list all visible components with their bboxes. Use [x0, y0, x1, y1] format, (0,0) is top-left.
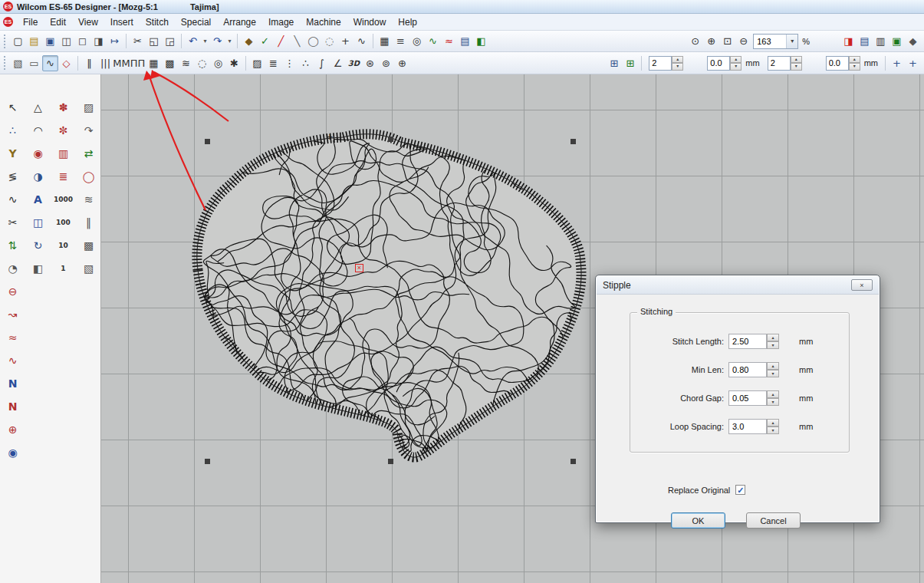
- selection-handle[interactable]: [571, 139, 576, 144]
- cut-button[interactable]: ✂: [130, 33, 146, 49]
- paste-button[interactable]: ◲: [162, 33, 178, 49]
- menu-item[interactable]: Machine: [300, 15, 347, 29]
- tool-insert-point-button[interactable]: ⊕: [0, 418, 25, 441]
- tool-pattern-stamp-button[interactable]: ▩: [76, 234, 101, 257]
- new-design-button[interactable]: ▢: [10, 33, 26, 49]
- florentine-effect-button[interactable]: ⊛: [362, 55, 378, 71]
- spin-up-button[interactable]: ▴: [767, 362, 779, 370]
- tool-flower-small-button[interactable]: ✽: [51, 96, 76, 119]
- ok-button[interactable]: OK: [671, 512, 725, 529]
- stem-stitch-button[interactable]: ⋮: [281, 55, 298, 71]
- tool-column-stitch-button[interactable]: ▥: [51, 142, 76, 165]
- spin-up-button[interactable]: ▴: [791, 56, 802, 64]
- menu-item[interactable]: Edit: [44, 15, 72, 29]
- spin-up-button[interactable]: ▴: [767, 419, 779, 427]
- show-hoop-button[interactable]: ◎: [409, 33, 425, 49]
- spin-up-button[interactable]: ▴: [767, 334, 779, 341]
- tool-center-point-button[interactable]: ◉: [0, 441, 25, 464]
- tool-outline-stitch-button[interactable]: ≣: [51, 165, 76, 188]
- spin-down-button[interactable]: ▾: [767, 341, 779, 349]
- tool-arc-button[interactable]: ↷: [76, 119, 101, 142]
- design-palette-button[interactable]: ◨: [840, 33, 857, 49]
- dialog-title-bar[interactable]: Stipple ×: [597, 276, 879, 295]
- bitmap-frame-button[interactable]: ▧: [10, 55, 26, 71]
- pen-red-button[interactable]: ╱: [273, 33, 289, 49]
- selection-handle[interactable]: [205, 139, 210, 144]
- star-fill-button[interactable]: ⊕: [394, 55, 410, 71]
- spin-down-button[interactable]: ▾: [767, 427, 779, 434]
- add-node-button[interactable]: +: [337, 33, 353, 49]
- menu-item[interactable]: Stitch: [140, 15, 175, 29]
- tool-parallel-hatch-button[interactable]: ▨: [76, 96, 101, 119]
- blank[interactable]: [51, 280, 76, 303]
- spin-down-button[interactable]: ▾: [767, 370, 779, 377]
- document-logo-icon[interactable]: ES: [3, 17, 13, 27]
- spin-up-button[interactable]: ▴: [672, 56, 683, 64]
- open-design-button[interactable]: ▤: [26, 33, 42, 49]
- satin-wide-button[interactable]: |||: [97, 55, 113, 71]
- anchor-cross-icon[interactable]: +: [327, 133, 333, 140]
- tool-jump-stitch-button[interactable]: ∿: [0, 349, 25, 372]
- selection-handle[interactable]: [205, 459, 210, 464]
- toolbar-field-input[interactable]: [826, 56, 849, 71]
- insert-design-button[interactable]: ◆: [241, 33, 257, 49]
- menu-item[interactable]: File: [17, 15, 44, 29]
- tool-buttonhole-button[interactable]: ‖: [76, 211, 101, 234]
- replace-original-checkbox[interactable]: ✓: [735, 485, 745, 495]
- show-grid-button[interactable]: ▦: [377, 33, 393, 49]
- color-film-button[interactable]: ▤: [857, 33, 873, 49]
- export-machine-file-button[interactable]: ◨: [90, 33, 107, 49]
- toolbar-grip[interactable]: [4, 56, 7, 70]
- spin-down-button[interactable]: ▾: [767, 398, 779, 406]
- zoom-in-button[interactable]: ⊕: [703, 33, 719, 49]
- trapunto-button[interactable]: ≣: [265, 55, 281, 71]
- tool-monogram-button[interactable]: ◫: [25, 211, 51, 234]
- overlap-view-button[interactable]: ◧: [473, 33, 489, 49]
- motif-fill-button[interactable]: ≋: [178, 55, 194, 71]
- spin-up-button[interactable]: ▴: [730, 56, 742, 64]
- save-design-button[interactable]: ▣: [42, 33, 58, 49]
- tool-fan-button[interactable]: ◔: [0, 257, 25, 280]
- toolbar-field-input[interactable]: [707, 56, 730, 71]
- tool-rotate-button[interactable]: ↻: [25, 234, 51, 257]
- sculpture-run-button[interactable]: ∫: [314, 55, 330, 71]
- print-preview-button[interactable]: ◻: [74, 33, 90, 49]
- dialog-close-button[interactable]: ×: [851, 279, 873, 291]
- brain-stipple-object[interactable]: [186, 120, 600, 473]
- object-center-marker[interactable]: ×: [355, 264, 363, 272]
- snap-to-grid-button[interactable]: ⊞: [622, 55, 638, 71]
- redo-dropdown[interactable]: ▾: [225, 33, 234, 49]
- satin-stitch-button[interactable]: ‖: [81, 55, 97, 71]
- ellipse-outline-button[interactable]: ◯: [305, 33, 321, 49]
- field-input[interactable]: [728, 390, 767, 406]
- tool-10-stitches-button[interactable]: 10: [51, 234, 76, 257]
- effects-button[interactable]: ◆: [905, 33, 921, 49]
- spin-up-button[interactable]: ▴: [849, 56, 860, 64]
- tool-freehand-button[interactable]: ∿: [0, 188, 25, 211]
- spin-down-button[interactable]: ▾: [849, 63, 860, 71]
- menu-item[interactable]: Insert: [104, 15, 140, 29]
- show-vectors-button[interactable]: ▭: [26, 55, 42, 71]
- tool-motif-run-button[interactable]: ≋: [76, 188, 101, 211]
- zoom-out-button[interactable]: ⊖: [735, 33, 751, 49]
- liquid-effect-button[interactable]: ⊚: [378, 55, 394, 71]
- tool-digitize-run-button[interactable]: △: [25, 96, 51, 119]
- spin-down-button[interactable]: ▾: [791, 63, 802, 71]
- thread-film-button[interactable]: ▤: [457, 33, 473, 49]
- copy-button[interactable]: ◱: [146, 33, 162, 49]
- spiral-fill-button[interactable]: ◎: [210, 55, 226, 71]
- selection-handle[interactable]: [388, 459, 393, 464]
- freehand-draw-button[interactable]: ∿: [353, 33, 370, 49]
- tool-texture-button[interactable]: ▧: [76, 257, 101, 280]
- tool-mirror-merge-button[interactable]: ⇄: [76, 142, 101, 165]
- tool-scissors-button[interactable]: ✂: [0, 211, 25, 234]
- stitch-angle-button[interactable]: ∠: [330, 55, 346, 71]
- tool-skew-button[interactable]: ◧: [25, 257, 51, 280]
- tool-select-button[interactable]: ↖: [0, 96, 25, 119]
- tool-zigzag-button[interactable]: ≶: [0, 165, 25, 188]
- zoom-factor-button[interactable]: ⊙: [687, 33, 703, 49]
- tool-digitize-dome-button[interactable]: ◠: [25, 119, 51, 142]
- tool-ring-button[interactable]: ⊖: [0, 280, 25, 303]
- redo-button[interactable]: ↷: [209, 33, 225, 49]
- spin-down-button[interactable]: ▾: [672, 63, 683, 71]
